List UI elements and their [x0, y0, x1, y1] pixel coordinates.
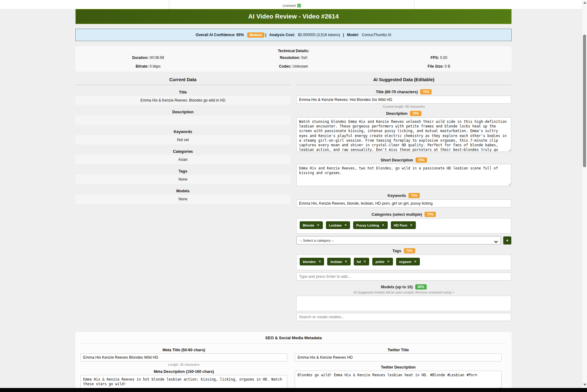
- tech-field-label: Bitrate:: [136, 64, 149, 69]
- ai-title-input[interactable]: [296, 96, 511, 104]
- tech-field-filesize: File Size: 0 B: [366, 64, 512, 69]
- ai-short-description-confidence-badge: 70%: [416, 157, 427, 163]
- tech-field-value: 0 kbps: [149, 64, 161, 69]
- tech-field-label: Codec:: [279, 64, 292, 69]
- twitter-description-textarea[interactable]: Blondes go wild! Emma Hix & Kenzie Reeve…: [295, 371, 502, 390]
- tech-field-label: Duration:: [132, 56, 149, 60]
- tech-field-codec: Codec: Unknown: [221, 64, 366, 69]
- technical-details-heading: Technical Details:: [75, 49, 512, 53]
- ai-short-description-textarea[interactable]: Emma Hix and Kenzie Reeves, two hot blon…: [296, 164, 511, 186]
- model-label: Model:: [347, 33, 359, 37]
- category-select[interactable]: -- Select a category --: [296, 236, 501, 244]
- licensed-check-icon: ✓: [297, 4, 301, 7]
- ai-models-note: AI-Suggested models will be auto-created…: [296, 290, 511, 294]
- ai-categories-label: Categories (select multiple): [372, 212, 422, 217]
- tag-chip[interactable]: petite✕: [372, 258, 393, 265]
- current-models-label: Models: [75, 189, 290, 193]
- scrollbar-thumb[interactable]: [583, 35, 586, 167]
- ai-categories-confidence-badge: 70%: [424, 212, 436, 217]
- ai-keywords-confidence-badge: 70%: [408, 193, 420, 198]
- tag-chip-label: hd: [357, 260, 361, 264]
- chip-remove-icon[interactable]: ✕: [344, 260, 347, 264]
- tech-field-value: 0.00: [439, 56, 447, 60]
- tag-chip-label: orgasm: [399, 260, 412, 264]
- scrollbar-up-icon[interactable]: [583, 2, 586, 4]
- licensed-label: Licensed: [282, 4, 295, 7]
- seo-card: SEO & Social Media Metadata Meta Title (…: [75, 332, 512, 392]
- tag-chip[interactable]: blondes✕: [300, 258, 324, 265]
- tech-field-fps: FPS: 0.00: [366, 56, 512, 60]
- ai-title-confidence-badge: 75%: [420, 89, 432, 94]
- current-models-value: None: [75, 194, 290, 204]
- twitter-description-label: Twitter Description: [295, 365, 502, 369]
- chip-remove-icon[interactable]: ✕: [344, 223, 347, 227]
- current-data-heading: Current Data: [75, 77, 290, 85]
- comparison-area: Current Data Title Emma Hix & Kenzie Ree…: [75, 77, 512, 321]
- page-title: AI Video Review - Video #2614: [248, 13, 339, 20]
- current-categories-label: Categories: [75, 149, 290, 154]
- current-description-label: Description: [75, 110, 290, 114]
- current-data-column: Current Data Title Emma Hix & Kenzie Ree…: [75, 77, 290, 321]
- chip-remove-icon[interactable]: ✕: [410, 223, 413, 227]
- licensed-status: Licensed ✓: [169, 0, 414, 9]
- ai-suggested-heading: AI Suggested Data (Editable): [296, 77, 511, 85]
- category-chip[interactable]: Pussy Licking✕: [353, 221, 387, 229]
- tag-chip-label: lesbian: [330, 260, 342, 264]
- scrollbar-down-icon[interactable]: [583, 384, 586, 386]
- add-category-button[interactable]: +: [503, 236, 511, 244]
- current-title-label: Title: [75, 90, 290, 94]
- confidence-badge: Medium: [247, 32, 264, 38]
- category-select-row: -- Select a category -- +: [296, 236, 511, 244]
- twitter-title-input[interactable]: [295, 353, 502, 361]
- tech-field-label: Resolution:: [280, 56, 300, 60]
- separator: |: [265, 33, 268, 37]
- ai-description-textarea[interactable]: Watch stunning blondes Emma Hix and Kenz…: [296, 117, 511, 152]
- ai-title-label: Title (60-70 characters): [376, 90, 418, 94]
- current-title-value: Emma Hix & Kenzie Reeves: Blondes go wil…: [75, 96, 290, 105]
- tech-field-label: FPS:: [431, 56, 439, 60]
- category-chip[interactable]: HD Porn✕: [391, 221, 416, 229]
- chip-remove-icon[interactable]: ✕: [382, 223, 384, 227]
- separator: |: [343, 33, 345, 37]
- current-description-value: [75, 115, 290, 125]
- tag-chip[interactable]: lesbian✕: [327, 258, 350, 265]
- ai-keywords-label: Keywords: [388, 194, 406, 198]
- top-band: Licensed ✓: [0, 0, 587, 9]
- chip-remove-icon[interactable]: ✕: [317, 223, 319, 227]
- technical-details-grid: Duration: 00:06:59 Resolution: 0x0 FPS: …: [75, 56, 512, 69]
- tag-chip[interactable]: orgasm✕: [396, 258, 420, 265]
- tech-field-value: 0 B: [444, 64, 450, 69]
- ai-tags-label-row: Tags 70%: [296, 248, 511, 253]
- ai-description-label: Description: [386, 111, 408, 116]
- meta-title-length-note: Length: 38 characters: [80, 363, 287, 366]
- main-container: AI Video Review - Video #2614 Overall AI…: [75, 9, 512, 392]
- ai-keywords-input[interactable]: [296, 199, 511, 207]
- seo-left-column: Meta Title (50-60 chars) Length: 38 char…: [80, 348, 287, 392]
- chip-remove-icon[interactable]: ✕: [387, 260, 390, 264]
- chip-remove-icon[interactable]: ✕: [414, 260, 417, 264]
- confidence-label: Overall AI Confidence: 65%: [196, 33, 244, 37]
- tech-field-value: Unknown: [292, 64, 308, 69]
- page-header: AI Video Review - Video #2614: [75, 9, 512, 24]
- meta-title-input[interactable]: [80, 353, 287, 361]
- category-chip-label: Lesbian: [329, 223, 342, 227]
- category-chip[interactable]: Lesbian✕: [326, 221, 350, 229]
- tech-field-label: File Size:: [428, 64, 444, 69]
- models-search-input[interactable]: [296, 313, 511, 321]
- tag-chip-label: petite: [375, 260, 384, 264]
- technical-details-card: Technical Details: Duration: 00:06:59 Re…: [75, 46, 512, 72]
- chip-remove-icon[interactable]: ✕: [318, 260, 321, 264]
- ai-models-confidence-badge: 80%: [415, 284, 427, 290]
- chip-remove-icon[interactable]: ✕: [363, 260, 366, 264]
- model-value: ComusThumbz AI: [361, 33, 391, 37]
- tag-chip[interactable]: hd✕: [354, 258, 370, 265]
- add-tag-input[interactable]: [296, 273, 511, 281]
- ai-description-confidence-badge: 70%: [410, 111, 421, 116]
- ai-title-length-note: Current length: 48 characters: [296, 105, 511, 108]
- ai-categories-label-row: Categories (select multiple) 70%: [296, 212, 511, 217]
- current-keywords-label: Keywords: [75, 130, 290, 134]
- ai-description-label-row: Description 70%: [296, 111, 511, 116]
- vertical-scrollbar[interactable]: [582, 0, 587, 388]
- ai-short-description-label-row: Short Description 70%: [296, 157, 511, 163]
- category-chip[interactable]: Blonde✕: [300, 221, 323, 229]
